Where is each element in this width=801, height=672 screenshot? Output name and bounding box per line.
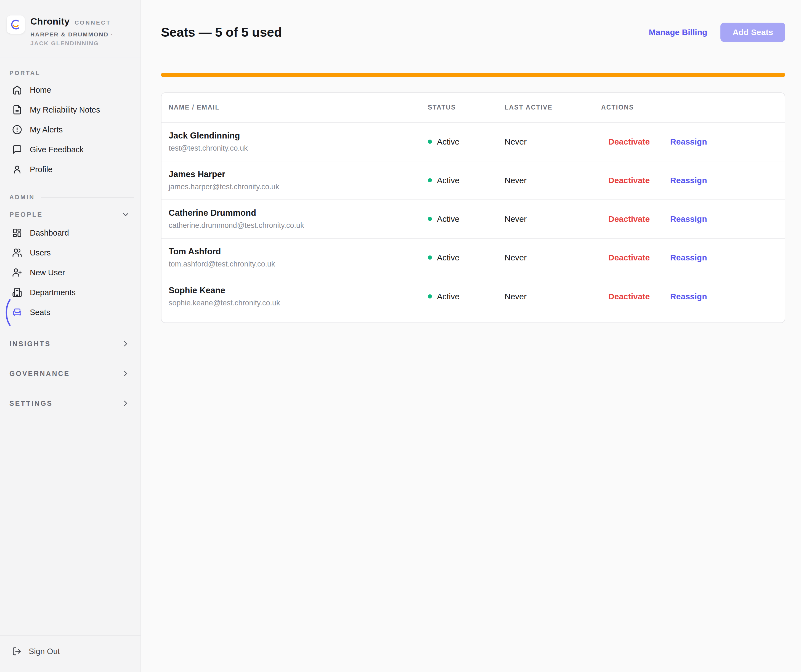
sidebar-item-label: Profile [30, 165, 52, 174]
reassign-link[interactable]: Reassign [670, 176, 707, 185]
deactivate-link[interactable]: Deactivate [608, 137, 650, 146]
table-row: James Harper james.harper@test.chronity.… [161, 161, 785, 200]
sidebar-item-seats[interactable]: Seats [0, 302, 140, 322]
sidebar-item-label: Seats [30, 308, 50, 317]
current-user-name: JACK GLENDINNING [31, 40, 99, 47]
user-email: test@test.chronity.co.uk [169, 144, 428, 152]
status-dot [428, 140, 432, 144]
main-content: Seats — 5 of 5 used Manage Billing Add S… [141, 0, 801, 672]
sidebar-item-users[interactable]: Users [0, 243, 140, 263]
org-name: HARPER & DRUMMOND [31, 31, 108, 37]
dashboard-grid-icon [12, 228, 22, 238]
seats-table-card: NAME / EMAIL STATUS LAST ACTIVE ACTIONS … [161, 92, 785, 323]
chevron-right-icon [121, 339, 130, 348]
user-email: catherine.drummond@test.chronity.co.uk [169, 221, 428, 230]
column-header-name-email: NAME / EMAIL [169, 104, 428, 111]
user-email: tom.ashford@test.chronity.co.uk [169, 260, 428, 268]
table-row: Tom Ashford tom.ashford@test.chronity.co… [161, 239, 785, 277]
sidebar-item-give-feedback[interactable]: Give Feedback [0, 140, 140, 159]
sidebar-item-departments[interactable]: Departments [0, 282, 140, 302]
chevron-right-icon [121, 369, 130, 378]
sidebar-item-label: Home [30, 85, 51, 95]
column-header-actions: ACTIONS [601, 104, 777, 111]
section-settings-toggle[interactable]: SETTINGS [0, 395, 140, 412]
armchair-icon [12, 307, 22, 317]
status-badge: Active [437, 137, 460, 146]
sidebar-item-label: Dashboard [30, 228, 69, 237]
last-active-value: Never [505, 292, 601, 301]
status-dot [428, 217, 432, 221]
status-badge: Active [437, 176, 460, 185]
deactivate-link[interactable]: Deactivate [608, 176, 650, 185]
section-insights-toggle[interactable]: INSIGHTS [0, 335, 140, 352]
sidebar-item-my-reliability-notes[interactable]: My Reliability Notes [0, 100, 140, 120]
column-header-status: STATUS [428, 104, 505, 111]
section-label-settings: SETTINGS [10, 399, 53, 407]
org-separator: · [111, 31, 113, 37]
section-label-people: PEOPLE [10, 211, 43, 218]
manage-billing-link[interactable]: Manage Billing [649, 27, 708, 37]
seat-usage-fill [161, 73, 785, 77]
chevron-down-icon [121, 210, 130, 219]
section-label-insights: INSIGHTS [10, 340, 51, 348]
status-badge: Active [437, 292, 460, 301]
reassign-link[interactable]: Reassign [670, 253, 707, 262]
sidebar-item-label: Users [30, 248, 51, 257]
sign-out-button[interactable]: Sign Out [0, 635, 140, 672]
sidebar-item-new-user[interactable]: New User [0, 263, 140, 282]
brand-name: Chronity [31, 16, 69, 27]
sidebar-item-label: Departments [30, 288, 76, 297]
user-plus-icon [12, 268, 22, 277]
user-name: Sophie Keane [169, 285, 428, 295]
table-row: Catherine Drummond catherine.drummond@te… [161, 200, 785, 239]
last-active-value: Never [505, 253, 601, 262]
alert-circle-icon [12, 125, 22, 135]
sidebar-nav: PORTAL Home My Reliability Notes My Aler… [0, 58, 140, 635]
brand-header: Chronity CONNECT HARPER & DRUMMOND · JAC… [0, 0, 140, 58]
table-row: Sophie Keane sophie.keane@test.chronity.… [161, 277, 785, 316]
sidebar-item-label: My Reliability Notes [30, 105, 100, 114]
user-name: James Harper [169, 169, 428, 179]
section-label-portal: PORTAL [10, 69, 129, 77]
building-icon [12, 287, 22, 297]
sidebar-item-label: New User [30, 268, 65, 277]
admin-divider [41, 197, 134, 197]
sidebar-item-my-alerts[interactable]: My Alerts [0, 120, 140, 140]
log-out-icon [12, 646, 21, 656]
chronity-smile-logo-icon [10, 18, 22, 31]
column-header-last-active: LAST ACTIVE [505, 104, 601, 111]
sidebar-item-profile[interactable]: Profile [0, 159, 140, 179]
sign-out-label: Sign Out [29, 647, 60, 656]
deactivate-link[interactable]: Deactivate [608, 253, 650, 262]
section-people-toggle[interactable]: PEOPLE [0, 210, 140, 219]
sidebar-item-home[interactable]: Home [0, 80, 140, 100]
active-item-indicator [3, 299, 11, 326]
reassign-link[interactable]: Reassign [670, 292, 707, 301]
reassign-link[interactable]: Reassign [670, 214, 707, 224]
user-email: james.harper@test.chronity.co.uk [169, 183, 428, 191]
chronity-logo [6, 16, 25, 34]
section-admin: ADMIN [10, 194, 134, 201]
sidebar-item-dashboard[interactable]: Dashboard [0, 223, 140, 243]
user-email: sophie.keane@test.chronity.co.uk [169, 299, 428, 307]
sidebar: Chronity CONNECT HARPER & DRUMMOND · JAC… [0, 0, 141, 672]
table-row: Jack Glendinning test@test.chronity.co.u… [161, 123, 785, 161]
add-seats-button[interactable]: Add Seats [721, 22, 785, 42]
chevron-right-icon [121, 399, 130, 408]
section-governance-toggle[interactable]: GOVERNANCE [0, 365, 140, 382]
page-header: Seats — 5 of 5 used Manage Billing Add S… [161, 16, 785, 48]
sidebar-item-label: My Alerts [30, 125, 63, 134]
status-dot [428, 178, 432, 182]
users-icon [12, 248, 22, 258]
status-dot [428, 294, 432, 298]
deactivate-link[interactable]: Deactivate [608, 214, 650, 224]
user-icon [12, 164, 22, 174]
seat-usage-progress-bar [161, 73, 785, 77]
message-square-icon [12, 144, 22, 154]
user-name: Catherine Drummond [169, 208, 428, 218]
status-dot [428, 255, 432, 260]
last-active-value: Never [505, 137, 601, 146]
reassign-link[interactable]: Reassign [670, 137, 707, 146]
home-icon [12, 85, 22, 95]
deactivate-link[interactable]: Deactivate [608, 292, 650, 301]
